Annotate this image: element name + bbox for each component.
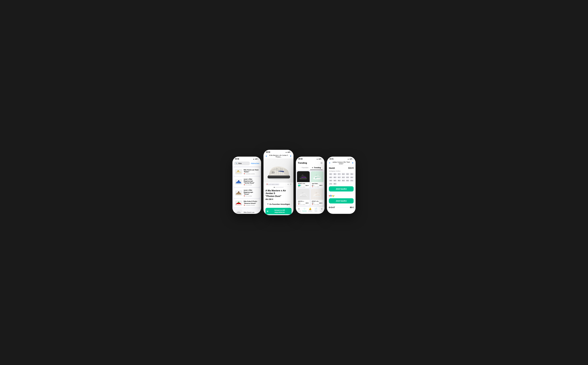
trending-title-row: Trending ⚙ [298,161,322,165]
rank-num-3: #3 [298,202,300,204]
size-39[interactable]: 39.0 [350,173,354,175]
sneaker-name: sacai x Nike Magmascape "Varsity Royal" [244,178,259,184]
svg-rect-1 [236,173,241,173]
size-485[interactable]: 48.5 [333,182,337,185]
calendar-icon: 📅 [266,184,268,185]
size-445[interactable]: 44.5 [333,179,337,182]
signal-icon: ▲ [316,158,318,160]
size-46[interactable]: 46.0 [346,179,350,182]
nav-news[interactable]: 📄 News [313,208,319,212]
size-40[interactable]: 40.0 [329,176,333,179]
stockx-buy-button[interactable]: Jetzt kaufen [329,186,354,191]
size-405[interactable]: 40.5 [333,176,337,179]
size-365[interactable]: 36.5 [333,173,337,175]
svg-rect-5 [236,194,241,195]
list-item[interactable]: Nike Kobe 6 Protro "Reverse Grinch" 📅 CO… [234,199,260,207]
rank-num-4: #4 [312,202,313,204]
settings-icon[interactable]: ⚙ [320,161,322,165]
ebay-buy-button[interactable]: Jetzt kaufen [329,198,354,204]
sneaker-thumbnail [235,210,242,213]
dot-2 [275,187,276,188]
date-value: 07.12.2023 [246,196,252,197]
phone2-content: ✕ A Ma Maniere x Air Jordan 5 "Photon...… [264,154,294,214]
calendar-icon: 📅 [312,204,313,205]
search-bar: 🔍 Nike Abbrechen [232,161,261,166]
sneaker-thumbnail [235,190,242,196]
date-badge: 📅 11.27.2023 | 09:00 [266,183,280,185]
list-item[interactable]: sacai x Nike Magmascape "Pecan" 📅 07.12.… [234,188,260,198]
size-41[interactable]: 41.0 [337,176,341,179]
sneaker-list: Nike Dunk Low Twist "Butter" 📅 COMING SO… [232,166,261,213]
trend-price-1: 222 € [305,185,308,186]
trending-icon: ↻ [312,167,313,168]
nav-favoriten[interactable]: ♡ Favoriten [302,208,307,212]
size-455[interactable]: 45.5 [342,179,345,182]
trend-name-4: RTFKT x N... [312,201,322,202]
svg-rect-22 [314,196,320,197]
nav-releases[interactable]: ⊞ Releases [296,208,302,212]
size-44[interactable]: 44.0 [329,179,333,182]
status-icons-1: ▲ wifi ▪ [253,158,259,160]
nav-tryon-label: Try on [320,211,323,212]
size-42[interactable]: 42.0 [342,176,345,179]
trend-card-1[interactable]: RTFKT x Ni... #1 ↻ 222 € 📅 20.11.2023 [297,171,310,188]
trend-card-2[interactable]: April Skat... #2 ↻ 140 € 📅 27.11.2023 [311,171,323,188]
close-button[interactable]: ✕ [266,155,267,157]
buy-header: ✕ adidas Campus 00s "Dark Green" ⬆ [327,161,356,166]
timer-icon: ⏱ [290,183,292,185]
tab-trending-label: Trending [314,167,321,168]
stockx-logo: StockX [329,167,335,169]
list-item[interactable]: Nike Dunk Low Twist "Butter" 📅 COMING SO… [234,168,260,176]
status-bar-4: 10:01 ▲ wifi ▪ [327,157,356,161]
close-button[interactable]: ✕ [329,162,330,164]
cancel-button[interactable]: Abbrechen [251,162,259,164]
sneaker-info: sacai x Nike Magmascape "Pecan" 📅 07.12.… [244,189,259,197]
size-375[interactable]: 37.5 [337,173,341,175]
share-button[interactable]: ⬆ [290,155,292,157]
size-38[interactable]: 38.0 [342,173,345,175]
size-475[interactable]: 47.5 [329,182,333,185]
goat-price: 85 € [350,206,354,209]
list-item[interactable]: sacai x Nike Magmascape "Varsity Royal" … [234,177,260,187]
favorite-button[interactable]: ♡ Zu Favoriten hinzufügen [266,202,292,207]
search-input-wrapper[interactable]: 🔍 Nike [234,161,250,165]
share-button[interactable]: ⬆ [352,162,354,164]
time-2: 09:59 [266,151,270,153]
size-425[interactable]: 42.5 [346,176,350,179]
size-47[interactable]: 47.0 [350,179,354,182]
trend-card-info-2: April Skat... #2 ↻ 140 € 📅 27.11.2023 [311,182,323,188]
releases-icon: ⊞ [298,208,300,210]
ebay-section: ebay Jetzt kaufen [327,193,356,205]
tryon-icon: ⊛ [321,208,322,210]
status-bar-1: 09:58 ▲ wifi ▪ [232,157,261,161]
battery-icon: ▪ [290,151,291,153]
status-bar-2: 09:59 ▲ wifi ▪ [264,150,294,154]
list-item[interactable]: Nike Dunk Low [234,208,260,213]
detail-header: ✕ A Ma Maniere x Air Jordan 5 "Photon...… [264,154,294,159]
status-icons-2: ▲ wifi ▪ [285,151,291,153]
bottom-nav: ⊞ Releases ♡ Favoriten 🔔 Grafiken 📄 News… [296,207,324,213]
svg-rect-18 [300,178,307,179]
coming-soon: COMING SOON [246,173,255,175]
trend-card-3[interactable]: NOCTA x... #3 ↻ 139 € 📅 24.11.2023 [297,189,310,205]
phones-container: 09:58 ▲ wifi ▪ 🔍 Nike Abbrechen [227,144,361,221]
size-43[interactable]: 43.0 [350,176,354,179]
refresh-icon: ↻ [301,185,302,186]
size-385[interactable]: 38.5 [346,173,350,175]
wifi-icon: wifi [255,158,258,160]
trend-image-1 [297,171,310,182]
size-36[interactable]: 36.0 [329,173,333,175]
sneaker-date: 📅 COMING SOON [244,173,259,175]
nav-grafiken[interactable]: 🔔 Grafiken [307,208,313,212]
nav-tryon[interactable]: ⊛ Try on [319,208,324,212]
refresh-icon: ↻ [300,203,301,204]
trend-card-4[interactable]: RTFKT x N... #4 ↻ 222 € 📅 20.11.2023 [311,189,323,205]
tab-favoriten[interactable]: ♡ Favoriten [298,166,310,170]
sneaker-info: Nike Kobe 6 Protro "Reverse Grinch" 📅 CO… [244,200,259,206]
sneaker-date: 📅 COMING SOON [244,205,259,206]
size-45[interactable]: 45.0 [337,179,341,182]
tab-trending[interactable]: ↻ Trending [310,166,322,170]
tab-favoriten-label: Favoriten [302,167,308,168]
ar-button[interactable]: ⊞ Schuh in AR anprobieren [266,208,292,214]
stockx-price: 111 € [348,167,354,169]
